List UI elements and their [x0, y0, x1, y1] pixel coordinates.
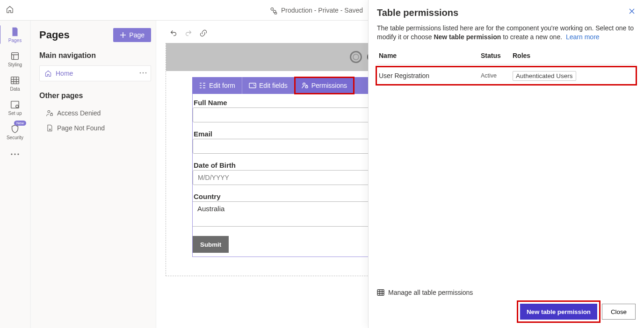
rail-security-label: Security — [7, 135, 23, 140]
row-roles: Authenticated Users — [513, 72, 634, 79]
svg-point-13 — [48, 110, 50, 113]
tab-edit-form-label: Edit form — [209, 82, 235, 89]
submit-button[interactable]: Submit — [193, 236, 229, 253]
svg-point-12 — [145, 72, 147, 73]
submit-label: Submit — [200, 241, 221, 248]
main-nav-heading: Main navigation — [39, 51, 151, 60]
nav-item-page-not-found[interactable]: Page Not Found — [39, 121, 151, 135]
nav-not-found-label: Page Not Found — [57, 124, 105, 132]
tab-permissions-label: Permissions — [311, 82, 347, 89]
more-icon[interactable] — [139, 69, 147, 78]
svg-rect-17 — [305, 86, 308, 88]
close-label: Close — [611, 308, 627, 315]
new-badge: New — [14, 121, 26, 126]
svg-rect-14 — [51, 114, 53, 116]
col-roles: Roles — [513, 52, 634, 59]
person-lock-icon — [46, 109, 53, 117]
country-value: Australia — [197, 205, 224, 213]
svg-point-8 — [14, 153, 15, 155]
tab-edit-form[interactable]: Edit form — [192, 77, 242, 94]
nav-access-denied-label: Access Denied — [57, 109, 101, 117]
row-name: User Registration — [379, 72, 481, 79]
svg-rect-2 — [275, 12, 277, 14]
close-button[interactable]: Close — [602, 304, 636, 320]
person-lock-icon — [301, 82, 309, 89]
manage-all-link[interactable]: Manage all table permissions — [377, 284, 636, 296]
undo-icon[interactable] — [169, 29, 178, 37]
svg-rect-3 — [12, 52, 19, 59]
flyout-description: The table permissions listed here are fo… — [377, 24, 636, 42]
svg-rect-18 — [377, 290, 384, 295]
pages-panel: Pages Page Main navigation Home Other pa… — [31, 21, 156, 328]
permissions-table: Name Status Roles User Registration Acti… — [377, 52, 636, 84]
new-permission-button[interactable]: New table permission — [520, 304, 597, 320]
flyout-title: Table permissions — [377, 7, 458, 18]
rail-pages-label: Pages — [8, 38, 22, 43]
page-x-icon — [46, 124, 53, 132]
flyout-footer: New table permission Close — [377, 296, 636, 328]
svg-point-7 — [11, 153, 12, 155]
svg-point-11 — [143, 72, 144, 73]
rail-setup-label: Set up — [8, 111, 22, 116]
svg-point-9 — [17, 153, 19, 155]
add-page-label: Page — [129, 31, 145, 39]
table-header: Name Status Roles — [377, 52, 636, 64]
row-status: Active — [481, 72, 513, 79]
svg-rect-5 — [11, 101, 19, 108]
rail-pages[interactable]: Pages — [1, 22, 29, 47]
tab-edit-fields[interactable]: Edit fields — [242, 77, 295, 94]
svg-point-6 — [16, 105, 19, 107]
svg-point-10 — [140, 72, 141, 73]
manage-all-label: Manage all table permissions — [388, 289, 473, 296]
new-permission-label: New table permission — [527, 308, 591, 315]
role-chip: Authenticated Users — [513, 71, 576, 81]
nav-item-home[interactable]: Home — [39, 65, 151, 81]
close-icon[interactable] — [628, 7, 636, 16]
svg-rect-4 — [11, 77, 19, 84]
pages-title: Pages — [39, 29, 70, 41]
rail-styling[interactable]: Styling — [1, 47, 29, 71]
rail-more[interactable] — [6, 145, 24, 162]
add-page-button[interactable]: Page — [113, 28, 151, 42]
rail-setup[interactable]: Set up — [1, 95, 29, 120]
rail-data-label: Data — [10, 86, 20, 92]
link-icon[interactable] — [199, 29, 208, 37]
permissions-flyout: Table permissions The table permissions … — [368, 0, 644, 328]
grid-icon — [377, 289, 384, 296]
environment-picker[interactable]: Production - Private - Saved — [269, 6, 375, 14]
logo-icon — [350, 51, 362, 63]
table-row[interactable]: User Registration Active Authenticated U… — [377, 67, 636, 84]
other-pages-heading: Other pages — [39, 92, 151, 100]
rail-data[interactable]: Data — [1, 71, 29, 95]
home-icon[interactable] — [6, 5, 14, 15]
nav-home-label: Home — [56, 70, 73, 77]
environment-label: Production - Private - Saved — [281, 7, 363, 14]
left-rail: Pages Styling Data Set up New Security — [0, 21, 31, 328]
learn-more-link[interactable]: Learn more — [566, 33, 600, 41]
rail-security[interactable]: New Security — [1, 120, 29, 144]
svg-point-16 — [303, 83, 305, 86]
svg-point-0 — [271, 7, 273, 10]
tab-permissions[interactable]: Permissions — [295, 77, 354, 94]
nav-item-access-denied[interactable]: Access Denied — [39, 106, 151, 121]
desc-part2: to create a new one. — [501, 33, 562, 41]
desc-bold: New table permission — [434, 33, 501, 41]
col-name: Name — [379, 52, 481, 59]
rail-styling-label: Styling — [8, 62, 22, 67]
col-status: Status — [481, 52, 513, 59]
tab-edit-fields-label: Edit fields — [259, 82, 288, 89]
redo-icon[interactable] — [184, 29, 193, 37]
home-icon — [44, 70, 52, 77]
